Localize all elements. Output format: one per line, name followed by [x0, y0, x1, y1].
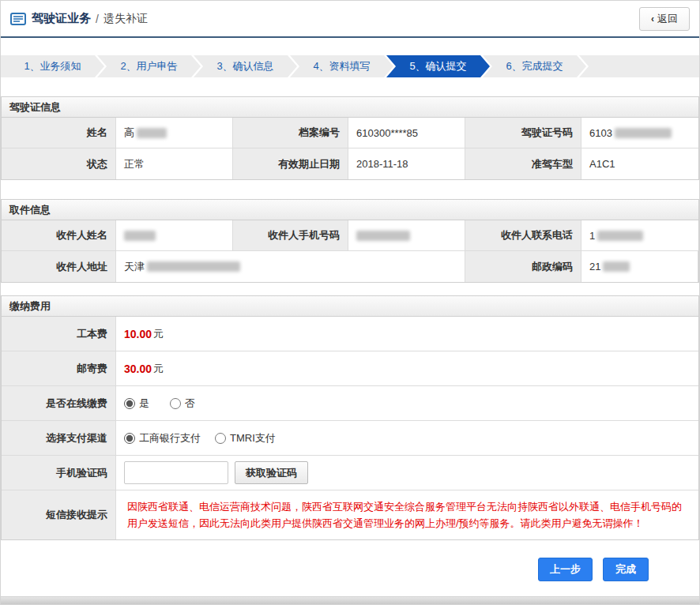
- sms-notice-cell: 因陕西省联通、电信运营商技术问题，陕西省互联网交通安全综合服务管理平台无法向持陕…: [116, 490, 698, 539]
- section-fees-title: 缴纳费用: [2, 295, 698, 317]
- redacted-value: [147, 261, 240, 272]
- section-fees: 缴纳费用 工本费 10.00元 邮寄费 30.00元 是否在线缴费 是: [1, 295, 699, 540]
- recipient-address-label: 收件人地址: [2, 251, 116, 282]
- step-1-notice[interactable]: 1、业务须知: [1, 55, 104, 77]
- pay-channel-icbc-label: 工商银行支付: [139, 431, 201, 445]
- sms-notice-label: 短信接收提示: [2, 490, 116, 539]
- license-number-value: 6103: [581, 118, 698, 148]
- production-fee-value: 10.00元: [116, 317, 698, 351]
- page-title: 驾驶证业务: [32, 11, 91, 26]
- recipient-name-value: [116, 220, 233, 251]
- online-pay-options: 是 否: [116, 386, 698, 421]
- sms-notice-text: 因陕西省联通、电信运营商技术问题，陕西省互联网交通安全综合服务管理平台无法向持陕…: [127, 498, 687, 532]
- file-number-label: 档案编号: [233, 118, 348, 148]
- license-number-label: 驾驶证号码: [465, 118, 581, 148]
- online-pay-yes-label: 是: [139, 396, 149, 411]
- redacted-value: [603, 261, 630, 272]
- postage-fee-label: 邮寄费: [2, 351, 116, 386]
- pay-channel-tmri-label: TMRI支付: [230, 431, 276, 445]
- pay-channel-icbc-option[interactable]: 工商银行支付: [124, 431, 201, 445]
- section-license-info: 驾驶证信息 姓名 高 档案编号 610300****85 驾驶证号码 6103 …: [1, 96, 699, 180]
- step-6-done[interactable]: 6、完成提交: [483, 55, 586, 77]
- online-pay-no-option[interactable]: 否: [170, 396, 195, 411]
- online-pay-yes-radio[interactable]: [124, 398, 135, 409]
- redacted-value: [615, 128, 672, 138]
- pay-channel-options: 工商银行支付 TMRI支付: [116, 421, 698, 456]
- breadcrumb-current: 遗失补证: [103, 12, 148, 26]
- pickup-info-table: 收件人姓名 收件人手机号码 收件人联系电话 1 收件人地址 天津 邮政编码 21: [2, 220, 698, 282]
- action-bar: 上一步 完成: [1, 540, 699, 581]
- back-button[interactable]: ‹ 返回: [639, 7, 690, 31]
- fees-table: 工本费 10.00元 邮寄费 30.00元 是否在线缴费 是 否: [2, 317, 698, 539]
- recipient-name-label: 收件人姓名: [2, 220, 116, 251]
- pay-channel-label: 选择支付渠道: [2, 421, 116, 456]
- name-label: 姓名: [2, 118, 116, 148]
- previous-step-button[interactable]: 上一步: [538, 558, 593, 581]
- section-pickup-info: 取件信息 收件人姓名 收件人手机号码 收件人联系电话 1 收件人地址 天津 邮政…: [1, 199, 699, 283]
- expiry-value: 2018-11-18: [348, 148, 465, 179]
- expiry-label: 有效期止日期: [233, 148, 348, 179]
- redacted-value: [124, 231, 156, 241]
- header: 驾驶证业务 / 遗失补证 ‹ 返回: [1, 1, 699, 38]
- pay-channel-tmri-radio[interactable]: [215, 433, 226, 444]
- pay-channel-icbc-radio[interactable]: [124, 433, 135, 444]
- license-info-table: 姓名 高 档案编号 610300****85 驾驶证号码 6103 状态 正常 …: [2, 118, 698, 179]
- sms-code-label: 手机验证码: [2, 456, 116, 490]
- recipient-address-value: 天津: [116, 251, 465, 282]
- online-pay-no-radio[interactable]: [170, 398, 181, 409]
- status-label: 状态: [2, 148, 116, 179]
- online-pay-label: 是否在线缴费: [2, 386, 116, 421]
- page: 驾驶证业务 / 遗失补证 ‹ 返回 1、业务须知 2、用户申告 3、确认信息 4…: [0, 0, 700, 605]
- production-fee-label: 工本费: [2, 317, 116, 351]
- finish-button[interactable]: 完成: [603, 558, 649, 581]
- sms-code-input[interactable]: [124, 461, 228, 484]
- recipient-mobile-label: 收件人手机号码: [233, 220, 348, 251]
- online-pay-yes-option[interactable]: 是: [124, 396, 149, 411]
- footer-band: [1, 596, 699, 604]
- chevron-left-icon: ‹: [651, 13, 654, 24]
- form-list-icon: [10, 13, 26, 25]
- zip-code-label: 邮政编码: [465, 251, 581, 282]
- section-pickup-title: 取件信息: [2, 199, 698, 220]
- vehicle-type-label: 准驾车型: [465, 148, 581, 179]
- redacted-value: [137, 128, 167, 138]
- zip-code-value: 21: [581, 251, 698, 282]
- step-3-confirm-info[interactable]: 3、确认信息: [194, 55, 297, 77]
- redacted-value: [356, 231, 410, 241]
- online-pay-no-label: 否: [185, 396, 195, 411]
- step-2-declare[interactable]: 2、用户申告: [97, 55, 201, 77]
- pay-channel-tmri-option[interactable]: TMRI支付: [215, 431, 276, 445]
- breadcrumb-separator: /: [96, 13, 99, 25]
- redacted-value: [597, 231, 643, 241]
- sms-code-row: 获取验证码: [116, 456, 698, 490]
- status-value: 正常: [116, 148, 233, 179]
- step-wizard-filler: [579, 55, 699, 77]
- step-wizard: 1、业务须知 2、用户申告 3、确认信息 4、资料填写 5、确认提交 6、完成提…: [1, 55, 699, 77]
- recipient-phone-label: 收件人联系电话: [465, 220, 581, 251]
- postage-fee-value: 30.00元: [116, 351, 698, 386]
- back-button-label: 返回: [657, 12, 678, 26]
- section-license-title: 驾驶证信息: [2, 96, 698, 118]
- file-number-value: 610300****85: [348, 118, 465, 148]
- name-value: 高: [116, 118, 233, 148]
- recipient-mobile-value: [348, 220, 465, 251]
- step-5-confirm-submit[interactable]: 5、确认提交: [386, 55, 490, 77]
- step-4-fill[interactable]: 4、资料填写: [290, 55, 393, 77]
- recipient-phone-value: 1: [581, 220, 698, 251]
- vehicle-type-value: A1C1: [581, 148, 698, 179]
- get-sms-code-button[interactable]: 获取验证码: [235, 461, 308, 484]
